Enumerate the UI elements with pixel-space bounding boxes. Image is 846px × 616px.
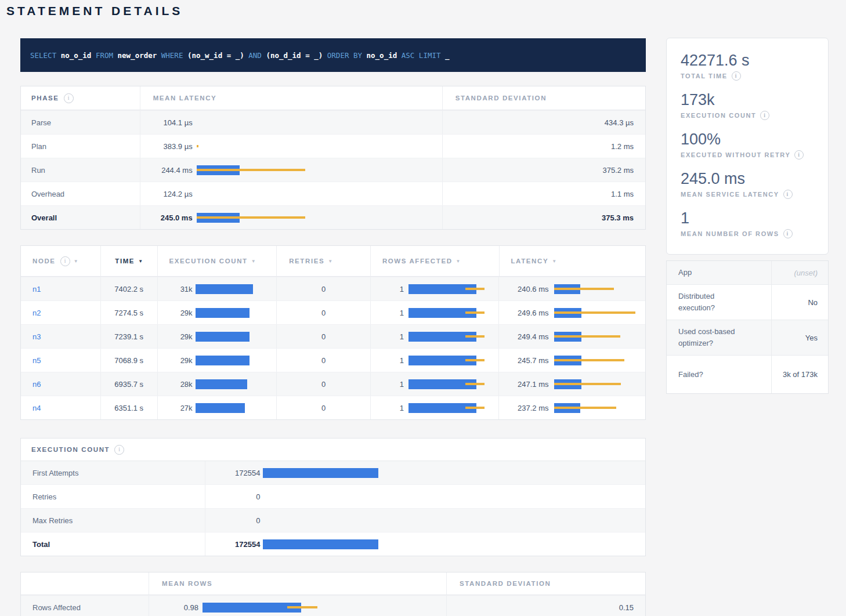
info-icon[interactable]: i	[114, 445, 124, 455]
execution-count-value: 29k	[158, 356, 193, 365]
execution-count-value: 28k	[158, 380, 193, 389]
table-row: Max Retries 0	[21, 508, 645, 532]
info-icon[interactable]: i	[64, 93, 74, 103]
table-row: Run 244.4 ms 375.2 ms	[21, 158, 645, 182]
stat-value: 42271.6 s	[681, 51, 814, 70]
count-value: 0	[205, 516, 260, 525]
page-title: STATEMENT DETAILS	[6, 4, 183, 18]
mean-rows-column-header: MEAN ROWS	[149, 572, 446, 595]
retries-header-label: RETRIES	[289, 258, 324, 264]
rows-affected-column-header[interactable]: ROWS AFFECTED ▼	[370, 246, 499, 276]
latency-bar	[554, 284, 635, 294]
count-bar	[263, 539, 418, 549]
node-link[interactable]: n4	[32, 404, 41, 412]
stat-value: 173k	[681, 90, 814, 110]
rows-affected-value: 1	[371, 285, 404, 293]
node-link[interactable]: n1	[32, 285, 41, 293]
rows-affected-value: 1	[371, 309, 404, 317]
table-header-row: MEAN ROWS STANDARD DEVIATION	[21, 572, 645, 595]
count-bar	[263, 516, 418, 526]
mean-latency-value: 104.1 µs	[140, 118, 193, 127]
mean-latency-value: 245.0 ms	[140, 213, 193, 222]
node-column-header[interactable]: NODE i ▼	[21, 246, 100, 276]
latency-bar	[197, 213, 439, 223]
sql-statement-box: SELECT no_o_id FROM new_order WHERE (no_…	[20, 38, 646, 72]
node-link[interactable]: n2	[32, 309, 41, 317]
stddev-value: 1.1 ms	[611, 190, 634, 198]
mean-rows-bar	[203, 603, 326, 613]
sql-token: ORDER BY	[323, 51, 366, 60]
empty-column-header	[21, 572, 149, 595]
phase-label: Overhead	[31, 190, 64, 198]
retries-value: 0	[321, 309, 326, 317]
execution-count-bar	[196, 403, 274, 413]
mean-latency-column-header: MEAN LATENCY	[140, 86, 442, 110]
table-row: App (unset)	[667, 261, 828, 284]
stat-mean-number-of-rows: 1 MEAN NUMBER OF ROWSi	[681, 209, 814, 238]
rows-affected-bar	[408, 332, 494, 342]
table-row: n2 7274.5 s 29k 0 1 249.6 ms	[21, 300, 645, 324]
rows-affected-bar	[408, 403, 494, 413]
sql-token: _	[445, 51, 450, 60]
time-value: 6935.7 s	[114, 380, 143, 389]
stddev-value: 375.3 ms	[602, 213, 634, 222]
info-icon[interactable]: i	[783, 190, 793, 199]
table-row: Parse 104.1 µs 434.3 µs	[21, 110, 645, 134]
table-row: First Attempts 172554	[21, 461, 645, 484]
latency-bar	[554, 332, 635, 342]
table-row: n4 6351.1 s 27k 0 1 237.2 ms	[21, 396, 645, 419]
cost-based-optimizer-value: Yes	[771, 320, 828, 355]
stat-executed-without-retry: 100% EXECUTED WITHOUT RETRYi	[681, 130, 814, 160]
retries-value: 0	[321, 332, 326, 341]
execution-count-value: 27k	[158, 404, 193, 412]
latency-value: 249.4 ms	[499, 332, 548, 341]
section-header: EXECUTION COUNT i	[21, 439, 645, 461]
sql-token: no_o_id	[61, 51, 92, 60]
info-icon[interactable]: i	[794, 150, 804, 160]
mean-latency-value: 244.4 ms	[140, 166, 193, 175]
execution-count-column-header[interactable]: EXECUTION COUNT ▼	[157, 246, 277, 276]
app-label: App	[667, 267, 771, 278]
execution-count-section-label: EXECUTION COUNT	[31, 446, 110, 453]
rows-affected-table: MEAN ROWS STANDARD DEVIATION Rows Affect…	[20, 572, 646, 616]
retries-column-header[interactable]: RETRIES ▼	[276, 246, 370, 276]
table-row: Overhead 124.2 µs 1.1 ms	[21, 182, 645, 205]
failed-label: Failed?	[667, 369, 771, 381]
info-icon[interactable]: i	[760, 111, 769, 120]
sort-desc-icon: ▼	[552, 259, 556, 264]
cost-based-optimizer-label: Used cost-based optimizer?	[667, 326, 771, 349]
retries-value: 0	[321, 285, 326, 293]
stat-label: MEAN NUMBER OF ROWS	[681, 230, 779, 237]
latency-value: 245.7 ms	[499, 356, 548, 365]
info-icon[interactable]: i	[732, 71, 741, 81]
row-label: First Attempts	[32, 469, 78, 477]
node-header-label: NODE	[32, 258, 56, 264]
table-header-row: NODE i ▼ TIME ▼ EXECUTION COUNT ▼ RETRIE…	[21, 246, 645, 277]
distributed-execution-value: No	[771, 285, 828, 320]
stat-label: MEAN SERVICE LATENCY	[681, 191, 779, 198]
sql-token: (no_d_id = _)	[266, 51, 323, 60]
sql-token: WHERE	[157, 51, 187, 60]
node-link[interactable]: n3	[32, 332, 41, 341]
stddev-column-header: STANDARD DEVIATION	[442, 86, 645, 110]
table-row: Rows Affected 0.98 0.15	[21, 595, 645, 616]
latency-column-header[interactable]: LATENCY ▼	[499, 246, 646, 276]
phase-column-header: PHASE i	[21, 86, 140, 110]
node-link[interactable]: n5	[32, 356, 41, 365]
info-icon[interactable]: i	[60, 256, 70, 266]
time-column-header[interactable]: TIME ▼	[100, 246, 157, 276]
rows-affected-value: 1	[371, 356, 404, 365]
failed-value: 3k of 173k	[771, 356, 828, 393]
count-value: 172554	[205, 540, 260, 549]
table-row: Used cost-based optimizer? Yes	[667, 320, 828, 355]
stddev-value: 375.2 ms	[603, 166, 634, 175]
info-icon[interactable]: i	[783, 229, 793, 238]
stat-mean-service-latency: 245.0 ms MEAN SERVICE LATENCYi	[681, 169, 814, 199]
latency-bar	[554, 308, 635, 318]
latency-bar	[197, 142, 439, 151]
execution-count-value: 29k	[158, 309, 193, 317]
node-link[interactable]: n6	[32, 380, 41, 389]
sort-desc-icon: ▼	[138, 259, 143, 264]
stat-value: 100%	[681, 130, 814, 149]
app-value: (unset)	[771, 261, 828, 284]
